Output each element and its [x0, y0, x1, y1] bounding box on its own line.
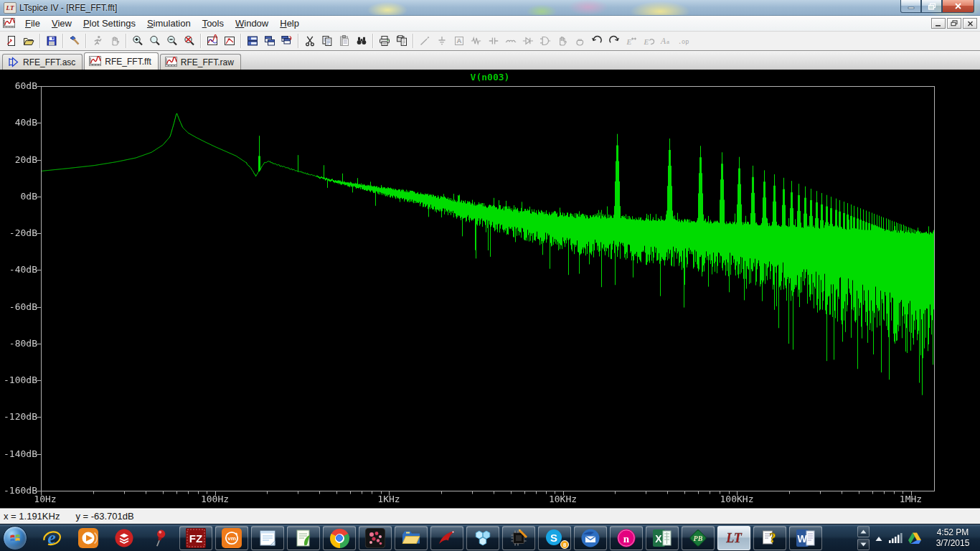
- menu-plot-settings[interactable]: Plot Settings: [77, 16, 141, 31]
- taskbar-hex-app-button[interactable]: [466, 526, 499, 550]
- minimize-button[interactable]: [900, 0, 921, 13]
- copy-button[interactable]: [319, 33, 336, 50]
- taskbar-filezilla-button[interactable]: FZ: [179, 526, 212, 550]
- taskbar-skype-button[interactable]: S8: [538, 526, 571, 550]
- taskbar-clock[interactable]: 4:52 PM 3/7/2015: [927, 527, 979, 549]
- clock-time: 4:52 PM: [927, 527, 979, 538]
- x-tick-label: 100Hz: [187, 494, 244, 504]
- close-button[interactable]: [942, 0, 974, 13]
- tab-rfe_fft.raw[interactable]: RFE_FFT.raw: [160, 54, 241, 70]
- trace-legend-label[interactable]: V(n003): [0, 72, 980, 83]
- svg-text:E: E: [644, 37, 649, 46]
- vm-player-icon: vm: [222, 528, 242, 548]
- stacked-books-icon: [114, 528, 134, 548]
- filezilla-icon: FZ: [186, 528, 206, 548]
- network-signal-icon[interactable]: [888, 532, 903, 544]
- ltspice-window: LT LTspice IV - [RFE_FFT.fft] FileViewPl…: [0, 0, 980, 551]
- taskbar-internet-explorer-button[interactable]: e: [36, 526, 69, 550]
- taskbar-stacked-books-button[interactable]: [108, 526, 141, 550]
- taskbar-chip-app-button[interactable]: [502, 526, 535, 550]
- taskbar-scroll-up-button[interactable]: [857, 526, 870, 537]
- taskbar-pushpin-button[interactable]: [143, 526, 176, 550]
- taskbar-media-player-button[interactable]: [72, 526, 105, 550]
- find-button[interactable]: [353, 33, 370, 50]
- open-button[interactable]: [20, 33, 37, 50]
- drive-sync-icon[interactable]: [908, 532, 922, 545]
- pb-app-icon: PB: [688, 528, 708, 548]
- zoom-out-button[interactable]: [164, 33, 181, 50]
- mirror-button: E: [623, 33, 640, 50]
- new-schematic-button[interactable]: [3, 33, 20, 50]
- menu-view[interactable]: View: [46, 16, 77, 31]
- show-hidden-icons-button[interactable]: [875, 535, 883, 542]
- taskbar-n-app-button[interactable]: n: [610, 526, 643, 550]
- menu-simulation[interactable]: Simulation: [141, 16, 197, 31]
- start-button[interactable]: [3, 526, 27, 550]
- taskbar-word-button[interactable]: W: [789, 526, 822, 550]
- zoom-in-icon: [131, 34, 144, 47]
- taskbar-eagle-button[interactable]: [430, 526, 463, 550]
- print-button[interactable]: [376, 33, 393, 50]
- taskbar-dots-app-button[interactable]: [359, 526, 392, 550]
- mark-points-button[interactable]: [221, 33, 238, 50]
- fft-plot-canvas[interactable]: [0, 70, 980, 508]
- taskbar-chrome-button[interactable]: [323, 526, 356, 550]
- tile-horizontal-button[interactable]: [244, 33, 261, 50]
- taskbar-scroll-down-button[interactable]: [857, 539, 870, 550]
- toolbar-separator: [126, 34, 127, 48]
- taskbar-notepad-plus-button[interactable]: [287, 526, 320, 550]
- taskbar-notepad-button[interactable]: [251, 526, 284, 550]
- taskbar-thunderbird-button[interactable]: [574, 526, 607, 550]
- zoom-full-button[interactable]: [181, 33, 198, 50]
- document-waveform-icon[interactable]: [3, 18, 15, 29]
- cascade-button[interactable]: [278, 33, 296, 50]
- taskbar-scroll-strip: [857, 526, 870, 550]
- menu-help[interactable]: Help: [274, 16, 305, 31]
- wire-button: [416, 33, 433, 50]
- taskbar-help-viewer-button[interactable]: ?: [753, 526, 786, 550]
- toolbar-separator: [413, 34, 414, 48]
- rotate-button: E: [640, 33, 657, 50]
- y-tick-label: -140dB: [0, 448, 37, 459]
- taskbar-vm-player-button[interactable]: vm: [215, 526, 248, 550]
- taskbar-ltspice-button[interactable]: LT: [717, 526, 750, 550]
- undo-button[interactable]: [588, 33, 606, 50]
- print-preview-button[interactable]: [393, 33, 410, 50]
- word-icon: W: [796, 528, 816, 548]
- explorer-icon: [401, 528, 421, 548]
- mdi-restore-button[interactable]: [947, 18, 961, 29]
- zoom-in-button[interactable]: [129, 33, 146, 50]
- menu-window[interactable]: Window: [230, 16, 274, 31]
- svg-text:A: A: [660, 37, 666, 45]
- plot-pane: V(n003) 60dB40dB20dB0dB-20dB-40dB-60dB-8…: [0, 70, 980, 508]
- y-tick-label: 60dB: [0, 80, 37, 91]
- y-tick-label: -100dB: [0, 375, 37, 385]
- mark-points-icon: [223, 34, 236, 47]
- menu-tools[interactable]: Tools: [197, 16, 230, 31]
- chip-app-icon: [509, 528, 529, 548]
- taskbar-explorer-button[interactable]: [395, 526, 428, 550]
- zoom-window-button[interactable]: [146, 33, 164, 50]
- tab-rfe_fft.asc[interactable]: RFE_FFT.asc: [2, 54, 83, 70]
- menu-file[interactable]: File: [19, 16, 46, 31]
- taskbar-pb-app-button[interactable]: PB: [682, 526, 715, 550]
- tab-rfe_fft.fft[interactable]: RFE_FFT.fft: [84, 52, 158, 70]
- autorange-button[interactable]: [204, 33, 221, 50]
- ltspice-app-icon[interactable]: LT: [4, 2, 17, 14]
- cursor-y-readout: y = -63.701dB: [75, 511, 133, 522]
- control-panel-button[interactable]: [66, 33, 83, 50]
- component-icon: [539, 34, 552, 47]
- cut-button[interactable]: [301, 33, 319, 50]
- mdi-close-button[interactable]: [963, 18, 977, 29]
- autorange-icon: [206, 34, 219, 47]
- mdi-minimize-button[interactable]: [931, 18, 946, 29]
- restore-button[interactable]: [921, 0, 942, 13]
- toolbar-separator: [39, 34, 41, 48]
- svg-text:PB: PB: [694, 534, 703, 542]
- redo-button[interactable]: [606, 33, 623, 50]
- save-button[interactable]: [43, 33, 60, 50]
- capacitor-button: [485, 33, 502, 50]
- taskbar-excel-button[interactable]: X: [646, 526, 679, 550]
- tile-vertical-button[interactable]: [261, 33, 278, 50]
- x-tick-label: 10Hz: [17, 494, 74, 504]
